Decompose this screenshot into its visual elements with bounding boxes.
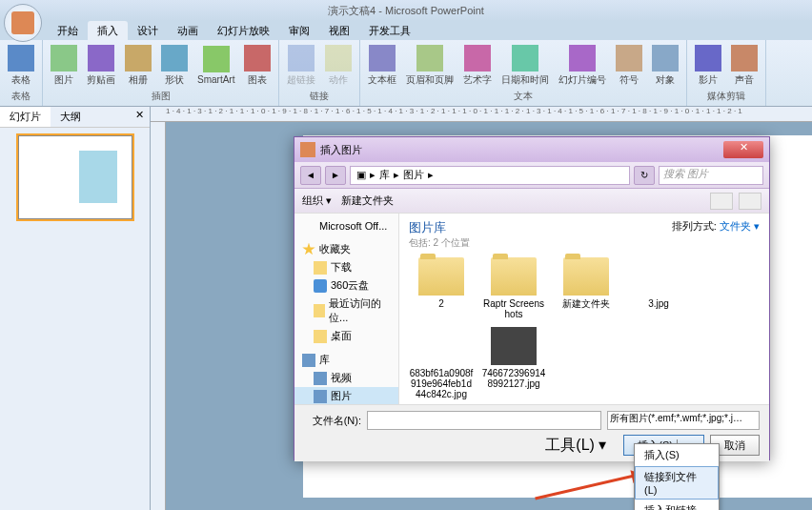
ribbon-pic-button[interactable]: 图片 bbox=[47, 43, 81, 89]
file-item[interactable]: 683bf61a0908f919e964feb1d44c842c.jpg bbox=[409, 327, 474, 399]
file-item[interactable]: Raptr Screenshots bbox=[481, 257, 546, 319]
ribbon-hf-button[interactable]: 页眉和页脚 bbox=[402, 43, 457, 89]
ribbon-date-button[interactable]: 日期和时间 bbox=[497, 43, 553, 89]
file-item[interactable]: 7466723969148992127.jpg bbox=[481, 327, 546, 399]
sidebar-item[interactable]: 库 bbox=[294, 351, 398, 369]
close-button[interactable]: ✕ bbox=[723, 141, 763, 158]
dialog-nav: ◄ ► ▣ ▸ 库 ▸ 图片 ▸ ↻ 搜索 图片 bbox=[294, 162, 769, 189]
slide-tab[interactable]: 幻灯片 bbox=[0, 107, 51, 127]
file-item[interactable]: 3.jpg bbox=[626, 257, 691, 319]
help-button[interactable] bbox=[739, 193, 761, 210]
ribbon-tab-2[interactable]: 设计 bbox=[128, 21, 168, 40]
ribbon-group-label: 链接 bbox=[310, 89, 329, 104]
ribbon-obj-button[interactable]: 对象 bbox=[648, 43, 682, 89]
filename-input[interactable] bbox=[367, 411, 601, 430]
sidebar-item[interactable]: 图片 bbox=[294, 387, 398, 404]
breadcrumb[interactable]: ▣ ▸ 库 ▸ 图片 ▸ bbox=[350, 166, 630, 185]
breadcrumb-item[interactable]: 库 bbox=[379, 168, 390, 182]
sidebar-item[interactable]: Microsoft Off... bbox=[294, 217, 398, 235]
ribbon-num-button[interactable]: 幻灯片编号 bbox=[555, 43, 610, 89]
file-grid: 2Raptr Screenshots新建文件夹3.jpg683bf61a0908… bbox=[409, 257, 760, 399]
sidebar-item[interactable]: 下载 bbox=[294, 258, 398, 276]
breadcrumb-icon: ▣ bbox=[356, 169, 366, 181]
text-icon bbox=[369, 45, 396, 71]
ribbon-text-button[interactable]: 文本框 bbox=[364, 43, 400, 89]
ribbon-clip-button[interactable]: 剪贴画 bbox=[83, 43, 119, 89]
file-name: 7466723969148992127.jpg bbox=[481, 368, 546, 389]
ribbon-link-button[interactable]: 超链接 bbox=[283, 43, 319, 89]
dialog-titlebar[interactable]: 插入图片 ✕ bbox=[294, 137, 769, 162]
ribbon-sound-button[interactable]: 声音 bbox=[727, 43, 761, 89]
wa-icon bbox=[464, 45, 491, 71]
breadcrumb-sep: ▸ bbox=[394, 169, 399, 181]
folder-icon bbox=[314, 304, 325, 317]
search-input[interactable]: 搜索 图片 bbox=[659, 166, 763, 185]
app-icon bbox=[302, 219, 315, 233]
breadcrumb-sep: ▸ bbox=[428, 169, 434, 181]
folder-icon bbox=[563, 257, 609, 296]
num-icon bbox=[569, 45, 596, 71]
office-button[interactable] bbox=[4, 4, 42, 42]
library-header: 图片库 包括: 2 个位置 排列方式: 文件夹 ▾ bbox=[409, 219, 760, 250]
lib-icon bbox=[314, 390, 327, 403]
slide-tab[interactable]: 大纲 bbox=[51, 107, 91, 127]
ribbon-table-button[interactable]: 表格 bbox=[4, 43, 38, 89]
dialog-title: 插入图片 bbox=[320, 143, 362, 157]
dialog-toolbar: 组织 ▾ 新建文件夹 bbox=[294, 189, 769, 214]
sort-select[interactable]: 文件夹 ▾ bbox=[720, 220, 760, 232]
folder-icon bbox=[418, 257, 464, 296]
ribbon-sym-button[interactable]: 符号 bbox=[612, 43, 646, 89]
slide-thumbnail[interactable] bbox=[18, 135, 132, 219]
tools-button[interactable]: 工具(L) ▾ bbox=[545, 436, 606, 456]
app-title: 演示文稿4 - Microsoft PowerPoint bbox=[328, 4, 484, 18]
filter-select[interactable]: 所有图片(*.emf;*.wmf;*.jpg;*.j… bbox=[607, 411, 760, 430]
sidebar-item[interactable]: 收藏夹 bbox=[294, 240, 398, 258]
ribbon-tab-0[interactable]: 开始 bbox=[48, 21, 88, 40]
dropdown-item[interactable]: 插入和链接(A) bbox=[635, 500, 719, 510]
sidebar-item[interactable]: 桌面 bbox=[294, 327, 398, 345]
breadcrumb-item[interactable]: 图片 bbox=[403, 168, 424, 182]
image-icon bbox=[636, 257, 681, 296]
sidebar-item[interactable]: 视频 bbox=[294, 369, 398, 387]
ribbon-smart-button[interactable]: SmartArt bbox=[193, 44, 238, 87]
ribbon-tab-1[interactable]: 插入 bbox=[88, 21, 128, 40]
obj-icon bbox=[652, 45, 679, 71]
ribbon-wa-button[interactable]: 艺术字 bbox=[459, 43, 496, 89]
ribbon-tab-6[interactable]: 视图 bbox=[319, 21, 359, 40]
forward-button[interactable]: ► bbox=[325, 166, 346, 185]
ribbon: 表格表格图片剪贴画相册形状SmartArt图表插图超链接动作链接文本框页眉和页脚… bbox=[0, 40, 812, 107]
dropdown-item[interactable]: 链接到文件(L) bbox=[635, 466, 719, 500]
thumb-icon bbox=[491, 327, 537, 365]
ribbon-tabs: 开始插入设计动画幻灯片放映审阅视图开发工具 bbox=[0, 21, 812, 40]
ribbon-album-button[interactable]: 相册 bbox=[121, 43, 155, 89]
file-item[interactable]: 2 bbox=[409, 257, 474, 319]
ribbon-action-button[interactable]: 动作 bbox=[321, 43, 355, 89]
dialog-sidebar: Microsoft Off...收藏夹下载360云盘最近访问的位...桌面库视频… bbox=[294, 214, 399, 404]
dialog-content: 图片库 包括: 2 个位置 排列方式: 文件夹 ▾ 2Raptr Screens… bbox=[399, 214, 769, 404]
ribbon-movie-button[interactable]: 影片 bbox=[691, 43, 725, 89]
folder-icon bbox=[491, 257, 537, 296]
close-panel-icon[interactable]: ✕ bbox=[130, 107, 150, 127]
insert-picture-dialog: 插入图片 ✕ ◄ ► ▣ ▸ 库 ▸ 图片 ▸ ↻ 搜索 图片 组织 ▾ 新建文… bbox=[294, 136, 770, 460]
ribbon-shape-button[interactable]: 形状 bbox=[157, 43, 192, 89]
new-folder-button[interactable]: 新建文件夹 bbox=[341, 194, 394, 208]
back-button[interactable]: ◄ bbox=[300, 166, 321, 185]
dropdown-item[interactable]: 插入(S) bbox=[635, 444, 719, 466]
ribbon-tab-5[interactable]: 审阅 bbox=[279, 21, 319, 40]
movie-icon bbox=[695, 45, 721, 71]
lib-icon bbox=[302, 354, 315, 367]
ribbon-tab-7[interactable]: 开发工具 bbox=[359, 21, 420, 40]
ribbon-tab-4[interactable]: 幻灯片放映 bbox=[208, 21, 279, 40]
sidebar-item[interactable]: 360云盘 bbox=[294, 276, 398, 295]
ribbon-chart-button[interactable]: 图表 bbox=[240, 43, 274, 89]
sidebar-item[interactable]: 最近访问的位... bbox=[294, 295, 398, 327]
organize-button[interactable]: 组织 ▾ bbox=[302, 194, 332, 208]
refresh-button[interactable]: ↻ bbox=[634, 166, 655, 185]
table-icon bbox=[8, 45, 34, 71]
sound-icon bbox=[731, 45, 758, 71]
view-button[interactable] bbox=[710, 193, 733, 210]
ribbon-group: 超链接动作链接 bbox=[279, 40, 360, 106]
file-item[interactable]: 新建文件夹 bbox=[554, 257, 619, 319]
star-icon bbox=[302, 243, 315, 256]
ribbon-tab-3[interactable]: 动画 bbox=[168, 21, 208, 40]
